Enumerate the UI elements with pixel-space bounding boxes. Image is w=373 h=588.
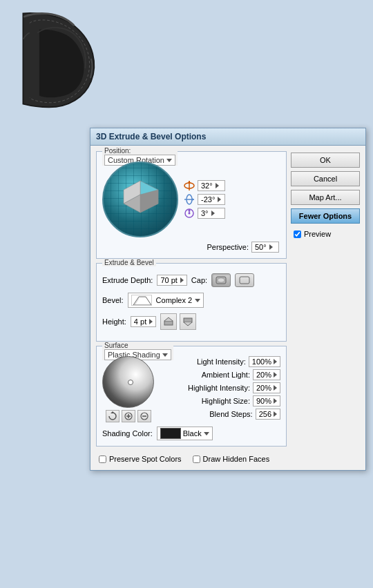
rotation-z-value[interactable]: 3° <box>198 208 225 219</box>
rotation-y-icon <box>184 194 195 205</box>
draw-hidden-faces-item: Draw Hidden Faces <box>193 455 270 463</box>
light-sphere-icons <box>102 410 154 422</box>
dialog-left-panel: Position: Custom Rotation <box>96 151 287 464</box>
bevel-inside-button[interactable] <box>180 313 196 330</box>
surface-content: Light Intensity: 100% Ambient Light: 20% <box>102 356 280 420</box>
rotation-z-row: 3° <box>184 208 225 219</box>
ambient-light-label: Ambient Light: <box>202 371 250 379</box>
rotation-sphere[interactable] <box>102 161 178 237</box>
rotation-x-icon <box>184 180 195 191</box>
extrude-section-label: Extrude & Bevel <box>102 259 156 266</box>
light-sphere-container <box>102 356 154 408</box>
perspective-label: Perspective: <box>207 243 249 251</box>
extrude-bevel-section: Extrude & Bevel Extrude Depth: 70 pt Cap… <box>96 263 287 342</box>
cap-button-on[interactable] <box>211 273 231 287</box>
draw-hidden-faces-label: Draw Hidden Faces <box>203 455 270 463</box>
rotation-z-arrow <box>211 210 215 216</box>
light-intensity-arrow <box>274 359 277 364</box>
ambient-light-arrow <box>274 372 277 378</box>
perspective-arrow <box>269 244 273 250</box>
rotation-area: 32° <box>102 161 280 237</box>
map-art-button[interactable]: Map Art... <box>291 190 360 205</box>
height-icons <box>160 313 196 330</box>
light-intensity-value[interactable]: 100% <box>249 356 280 367</box>
blend-steps-arrow <box>274 411 277 417</box>
light-sphere[interactable] <box>102 356 154 408</box>
logo-artwork <box>7 7 117 117</box>
bottom-checkboxes: Preserve Spot Colors Draw Hidden Faces <box>96 451 287 464</box>
ok-button[interactable]: OK <box>291 153 360 168</box>
light-add-icon[interactable] <box>122 410 135 422</box>
rotation-x-row: 32° <box>184 180 225 191</box>
rotation-z-icon <box>184 208 195 219</box>
bevel-preview <box>131 295 152 306</box>
preserve-spot-colors-label: Preserve Spot Colors <box>109 455 182 463</box>
bevel-label: Bevel: <box>102 296 124 304</box>
highlight-size-row: Highlight Size: 90% <box>160 395 280 406</box>
height-row: Height: 4 pt <box>102 313 280 330</box>
bevel-row: Bevel: Complex 2 <box>102 293 280 308</box>
height-label: Height: <box>102 317 126 326</box>
ambient-light-value[interactable]: 20% <box>253 369 280 380</box>
blend-steps-value[interactable]: 256 <box>256 409 280 420</box>
svg-rect-16 <box>240 277 249 284</box>
dialog-3d-extrude: 3D Extrude & Bevel Options Position: Cus… <box>90 128 366 471</box>
rotation-x-value[interactable]: 32° <box>198 180 225 191</box>
highlight-intensity-arrow <box>274 385 277 391</box>
perspective-row: Perspective: 50° <box>102 242 280 253</box>
shading-color-value: Black <box>183 429 202 438</box>
cap-button-off[interactable] <box>235 273 254 287</box>
position-section: Position: Custom Rotation <box>96 151 287 259</box>
dialog-title: 3D Extrude & Bevel Options <box>96 132 206 141</box>
highlight-size-label: Highlight Size: <box>202 397 250 405</box>
svg-rect-17 <box>164 321 173 325</box>
svg-marker-6 <box>188 181 191 183</box>
cancel-button[interactable]: Cancel <box>291 171 360 186</box>
draw-hidden-faces-checkbox[interactable] <box>193 455 200 463</box>
extrude-depth-value[interactable]: 70 pt <box>157 275 186 286</box>
bevel-value: Complex 2 <box>156 296 193 304</box>
dialog-right-panel: OK Cancel Map Art... Fewer Options Previ… <box>291 151 360 464</box>
extrude-depth-arrow <box>180 277 184 283</box>
bevel-dropdown[interactable]: Complex 2 <box>128 293 204 308</box>
light-rotate-icon[interactable] <box>106 410 119 422</box>
blend-steps-label: Blend Steps: <box>209 410 252 418</box>
cap-label: Cap: <box>191 276 207 284</box>
highlight-intensity-value[interactable]: 20% <box>253 382 280 393</box>
surface-section: Surface Plastic Shading <box>96 346 287 447</box>
shading-color-arrow <box>204 432 209 435</box>
highlight-size-arrow <box>274 398 277 404</box>
rotation-y-row: -23° <box>184 194 225 205</box>
rotation-values: 32° <box>184 180 225 219</box>
highlight-intensity-row: Highlight Intensity: 20% <box>160 382 280 393</box>
blend-steps-row: Blend Steps: 256 <box>160 409 280 420</box>
preview-label: Preview <box>304 230 331 238</box>
fewer-options-button[interactable]: Fewer Options <box>291 208 360 224</box>
bevel-dropdown-arrow <box>195 299 200 302</box>
preserve-spot-colors-checkbox[interactable] <box>99 455 106 463</box>
rotation-y-arrow <box>218 197 221 202</box>
dialog-titlebar: 3D Extrude & Bevel Options <box>90 128 365 146</box>
light-intensity-row: Light Intensity: 100% <box>160 356 280 367</box>
light-delete-icon[interactable] <box>137 410 151 422</box>
rotation-x-arrow <box>216 183 219 188</box>
light-dot[interactable] <box>128 380 133 385</box>
preview-row: Preview <box>291 230 360 238</box>
preview-checkbox[interactable] <box>294 231 301 238</box>
svg-marker-9 <box>192 198 194 201</box>
shading-color-row: Shading Color: Black <box>102 424 280 440</box>
rotation-y-value[interactable]: -23° <box>198 194 225 205</box>
svg-rect-18 <box>184 318 192 322</box>
svg-marker-19 <box>111 411 115 413</box>
shading-color-dropdown[interactable]: Black <box>157 427 213 440</box>
ambient-light-row: Ambient Light: 20% <box>160 369 280 380</box>
height-value[interactable]: 4 pt <box>131 316 156 327</box>
height-arrow <box>149 319 153 324</box>
bevel-outside-button[interactable] <box>160 313 177 330</box>
preserve-spot-colors-item: Preserve Spot Colors <box>99 455 182 463</box>
perspective-value[interactable]: 50° <box>251 242 279 253</box>
extrude-depth-row: Extrude Depth: 70 pt Cap: <box>102 273 280 287</box>
shading-color-swatch <box>160 428 181 439</box>
highlight-size-value[interactable]: 90% <box>253 395 280 406</box>
surface-dropdown-arrow <box>162 353 168 357</box>
